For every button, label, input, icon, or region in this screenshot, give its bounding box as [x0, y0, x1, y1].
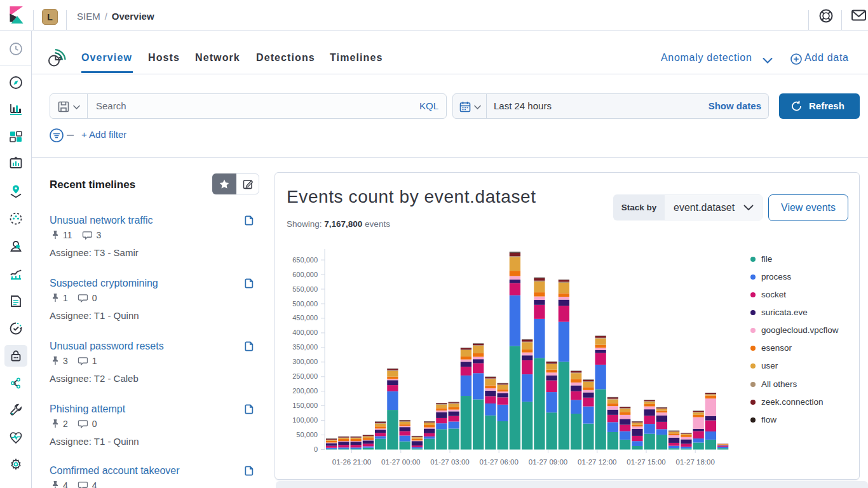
svg-text:01-26 21:00: 01-26 21:00: [332, 458, 371, 466]
svg-text:01-27 09:00: 01-27 09:00: [529, 458, 567, 466]
svg-text:500,000: 500,000: [292, 300, 318, 308]
svg-text:01-27 06:00: 01-27 06:00: [480, 458, 519, 466]
svg-text:150,000: 150,000: [292, 402, 318, 409]
svg-text:01-27 12:00: 01-27 12:00: [578, 458, 616, 466]
svg-text:550,000: 550,000: [292, 285, 318, 293]
svg-text:200,000: 200,000: [292, 387, 318, 395]
svg-text:01-27 15:00: 01-27 15:00: [627, 458, 665, 466]
svg-text:300,000: 300,000: [292, 358, 318, 365]
svg-text:250,000: 250,000: [292, 372, 318, 380]
svg-text:50,000: 50,000: [296, 431, 318, 438]
svg-text:650,000: 650,000: [292, 256, 318, 264]
svg-text:450,000: 450,000: [292, 314, 318, 322]
svg-text:01-27 18:00: 01-27 18:00: [676, 458, 715, 466]
svg-text:350,000: 350,000: [292, 343, 318, 351]
svg-text:0: 0: [314, 445, 318, 453]
svg-text:400,000: 400,000: [292, 329, 318, 336]
svg-text:01-27 00:00: 01-27 00:00: [381, 458, 420, 466]
svg-text:100,000: 100,000: [292, 416, 318, 424]
svg-text:600,000: 600,000: [292, 271, 318, 278]
svg-text:01-27 03:00: 01-27 03:00: [430, 458, 469, 466]
